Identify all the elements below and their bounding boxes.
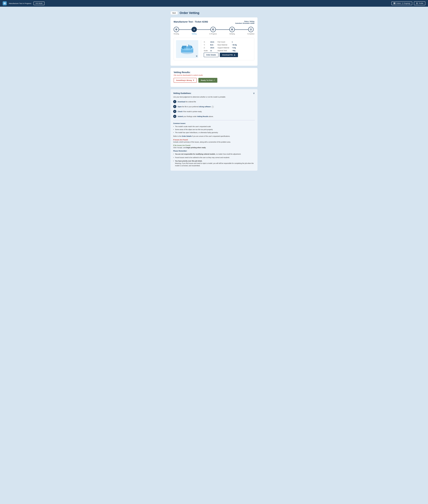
orders-button[interactable]: Orders (1 Ongoing) (391, 1, 412, 5)
step-number-2: 2 (173, 105, 176, 108)
order-details-link[interactable]: Order Details (182, 135, 192, 137)
guideline-step-3: 3 Check if the model is printer-ready. (173, 110, 255, 113)
model-specs: X: 12cm Y: 8cm Z: 10cm Scale: (204, 41, 252, 51)
download-file-button[interactable]: Download File (220, 53, 238, 57)
list-item: You are not responsible for modifying or… (173, 153, 255, 155)
step-verifying: Verifying (229, 27, 235, 35)
spec-support-material: Support Material: ~5.5g (218, 47, 237, 49)
spec-material-total: Material Total: ~38g (218, 50, 237, 51)
svg-rect-4 (394, 4, 395, 4)
step-text-4: Submit your findings under Vetting Resul… (178, 115, 214, 118)
step-vetting: Vetting (191, 27, 197, 35)
wrong-btn-label: Something's Wrong (176, 79, 192, 81)
check-icon: ✓ (214, 79, 215, 81)
step-inprogress-label: In-Progress (209, 33, 217, 35)
list-item: Some areas of the object are too thin to… (173, 128, 255, 131)
orders-label: Orders (396, 2, 401, 4)
step-vetting-circle (191, 27, 197, 32)
vetting-section: Vetting Results: File must be downloaded… (174, 71, 254, 83)
common-issues-title: Common Issues: (173, 123, 255, 124)
step-text-1: Download the ordered file (178, 100, 196, 103)
download-file-label: Download File (222, 54, 233, 56)
if-no-issues-title: If No Issues Are Found: (173, 144, 255, 146)
svg-point-24 (184, 48, 190, 50)
guideline-step-4: 4 Submit your findings under Vetting Res… (173, 115, 255, 118)
model-divider (201, 40, 201, 58)
spec-y: Y: 8cm (204, 44, 214, 46)
step-number-4: 4 (173, 115, 176, 118)
step-verifying-label: Verifying (229, 33, 235, 35)
spec-scale: Scale: 1x (204, 50, 214, 51)
download-arrow-icon (234, 54, 236, 56)
guideline-step-2: 2 Open the file in your preferred slicin… (173, 105, 255, 108)
ticket-status: Status: Vetting Submitted: 03/12/2020 4:… (235, 21, 254, 24)
if-no-issues-text: Click 'Accept', and begin printing when … (173, 147, 255, 149)
profile-button[interactable]: Profile (414, 1, 425, 5)
remember-title: Please Remember: (173, 150, 255, 152)
list-item: Found issues need to be outlined to the … (173, 156, 255, 159)
vetting-results-card: Vetting Results: File must be downloaded… (171, 68, 257, 87)
expand-icon[interactable]: ⊞ (196, 55, 198, 57)
page-title: Order Vetting (180, 11, 199, 15)
header: Manufacturer Test In Progress Info Mode … (0, 0, 428, 7)
step-completed: Completed (247, 27, 254, 35)
profile-icon (416, 2, 418, 4)
vetting-title: Vetting Results: (174, 71, 254, 74)
order-details-button[interactable]: Order Details (204, 53, 218, 57)
guidelines-header: Vetting Guidelines: ∨ (173, 92, 255, 95)
something-wrong-button[interactable]: Something's Wrong ✕ (174, 78, 197, 83)
vetting-buttons: Something's Wrong ✕ Ready To Print ✓ (174, 78, 254, 83)
help-icon[interactable]: ? (212, 106, 214, 108)
svg-point-5 (417, 3, 417, 3)
ready-to-print-button[interactable]: Ready To Print ✓ (198, 78, 217, 83)
svg-rect-2 (394, 3, 395, 3)
svg-point-13 (250, 29, 252, 30)
chevron-down-icon[interactable]: ∨ (253, 92, 255, 95)
refer-text: Refer to the Order Details if you are un… (173, 135, 255, 137)
x-icon: ✕ (193, 79, 194, 81)
list-item: The model's scale match the user's reque… (173, 125, 255, 128)
guidelines-card: Vetting Guidelines: ∨ Use your best judg… (171, 89, 257, 171)
step-inprogress: In-Progress (209, 27, 217, 35)
svg-rect-3 (394, 3, 395, 3)
specs-left: X: 12cm Y: 8cm Z: 10cm Scale: (204, 41, 214, 51)
svg-rect-22 (189, 45, 190, 47)
orders-count: (1 Ongoing) (402, 2, 410, 4)
if-issues-found-text: Include a brief summary of the issues, a… (173, 141, 255, 143)
svg-rect-21 (188, 45, 189, 47)
svg-marker-1 (4, 3, 5, 4)
spec-part-count: Part Count: 1 (218, 41, 237, 43)
spec-base-material: Base Material: ~32.5g (218, 44, 237, 46)
profile-label: Profile (419, 2, 423, 4)
remember-list: You are not responsible for modifying or… (173, 153, 255, 167)
header-left: Manufacturer Test In Progress Info Mode (3, 1, 44, 5)
step-text-3: Check if the model is printer-ready. (178, 110, 202, 113)
svg-point-9 (212, 29, 214, 30)
main-content: Back Order Vetting Manufacturer Test - T… (168, 7, 260, 177)
spec-x: X: 12cm (204, 41, 214, 43)
ticket-title: Manufacturer Test - Ticket #2392 (174, 21, 208, 23)
ready-btn-label: Ready To Print (201, 79, 213, 81)
progress-steps: Pending Vetting (174, 27, 254, 35)
step-vetting-label: Vetting (192, 33, 197, 35)
model-actions: Order Details Download File (204, 51, 252, 57)
status-value: Vetting (250, 21, 254, 22)
if-issues-found-title: If Issues Are Found: (173, 139, 255, 141)
status-label: Status: (244, 21, 249, 22)
list-item: The model has open holes/faces, or other… (173, 131, 255, 134)
back-button[interactable]: Back (171, 11, 178, 15)
info-mode-button[interactable]: Info Mode (33, 1, 44, 5)
step-text-2: Open the file in your preferred slicing … (178, 105, 214, 108)
svg-point-7 (176, 29, 177, 30)
header-right: Orders (1 Ongoing) Profile (391, 1, 425, 5)
step-completed-label: Completed (247, 33, 254, 35)
model-image: ⊞ (176, 40, 198, 58)
step-pending-circle (174, 27, 179, 32)
step-inprogress-circle (210, 27, 216, 32)
specs-right: Part Count: 1 Base Material: ~32.5g Supp… (218, 41, 237, 51)
download-icon (193, 28, 195, 31)
svg-rect-19 (181, 47, 183, 48)
svg-point-12 (232, 29, 232, 30)
step-verifying-circle (229, 27, 235, 32)
main-card: Manufacturer Test - Ticket #2392 Status:… (171, 17, 257, 66)
